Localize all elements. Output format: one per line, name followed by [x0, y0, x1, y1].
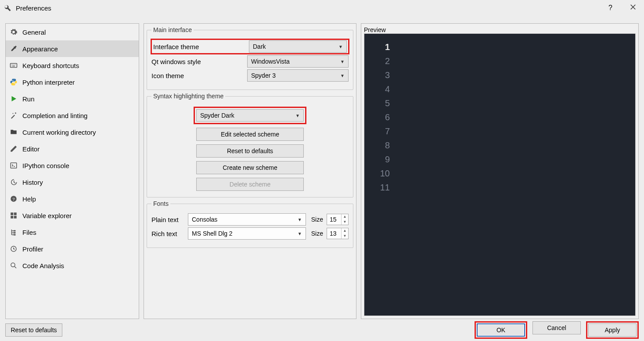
- rich-text-row: Rich text MS Shell Dlg 2 Size 13 ▲▼: [151, 227, 349, 240]
- edit-scheme-button[interactable]: Edit selected scheme: [196, 128, 304, 141]
- svg-rect-5: [14, 232, 16, 233]
- cancel-button[interactable]: Cancel: [532, 321, 581, 334]
- sidebar-item-completion-and-linting[interactable]: Completion and linting: [6, 107, 139, 124]
- spin-up-icon[interactable]: ▲: [342, 228, 348, 233]
- close-icon[interactable]: [626, 1, 640, 15]
- svg-rect-6: [14, 234, 16, 236]
- plain-text-size-label: Size: [311, 216, 323, 223]
- sidebar-item-current-working-directory[interactable]: Current working directory: [6, 124, 139, 140]
- line-number: 1: [369, 40, 390, 54]
- interface-theme-select[interactable]: Dark: [249, 40, 347, 53]
- plain-text-size-spinner[interactable]: 15 ▲▼: [327, 214, 349, 225]
- help-icon[interactable]: ?: [608, 4, 612, 12]
- sidebar-item-python-interpreter[interactable]: Python interpreter: [6, 74, 139, 90]
- magnify-icon: [9, 261, 18, 270]
- keyboard-icon: [9, 61, 18, 70]
- folder-icon: [9, 128, 18, 136]
- line-number: 9: [369, 152, 390, 166]
- sidebar-item-label: Completion and linting: [22, 112, 87, 119]
- help-icon: ?: [9, 194, 18, 203]
- syntax-scheme-select[interactable]: Spyder Dark: [196, 109, 304, 122]
- title-bar: Preferences ?: [0, 0, 644, 16]
- qt-style-value: WindowsVista: [251, 58, 290, 65]
- rich-text-label: Rich text: [151, 230, 184, 237]
- sidebar-item-keyboard-shortcuts[interactable]: Keyboard shortcuts: [6, 57, 139, 74]
- sidebar-item-label: Keyboard shortcuts: [22, 62, 79, 69]
- qt-style-row: Qt windows style WindowsVista: [151, 55, 349, 68]
- sidebar-item-run[interactable]: Run: [6, 90, 139, 107]
- sidebar-item-label: Appearance: [22, 45, 58, 53]
- interface-theme-row: Interface theme Dark: [151, 39, 349, 54]
- sidebar-item-label: Run: [22, 95, 35, 103]
- settings-panel: Main interface Interface theme Dark Qt w…: [144, 23, 356, 319]
- fonts-group: Fonts Plain text Consolas Size 15 ▲▼ Ric…: [147, 200, 353, 248]
- plain-text-size-value: 15: [330, 216, 341, 223]
- python-icon: [9, 78, 18, 86]
- reset-scheme-button[interactable]: Reset to defaults: [196, 144, 304, 158]
- plain-text-font-select[interactable]: Consolas: [188, 213, 306, 226]
- svg-rect-4: [14, 230, 16, 232]
- syntax-legend: Syntax highlighting theme: [151, 93, 225, 100]
- plain-text-row: Plain text Consolas Size 15 ▲▼: [151, 213, 349, 226]
- main-interface-group: Main interface Interface theme Dark Qt w…: [147, 26, 353, 90]
- sidebar-item-label: Current working directory: [22, 129, 96, 136]
- rich-text-size-spinner[interactable]: 13 ▲▼: [327, 228, 349, 239]
- wand-icon: [9, 111, 18, 120]
- sidebar-item-label: Editor: [22, 145, 40, 153]
- sidebar-item-ipython-console[interactable]: IPython console: [6, 157, 139, 174]
- ok-button[interactable]: OK: [477, 323, 525, 337]
- gear-icon: [9, 28, 18, 36]
- sidebar-item-profiler[interactable]: Profiler: [6, 240, 139, 257]
- svg-text:?: ?: [12, 197, 15, 201]
- qt-style-label: Qt windows style: [151, 58, 244, 65]
- interface-theme-value: Dark: [253, 43, 266, 50]
- create-scheme-button[interactable]: Create new scheme: [196, 161, 304, 174]
- line-number: 4: [369, 82, 390, 96]
- sidebar-item-label: History: [22, 179, 43, 186]
- reset-defaults-button[interactable]: Reset to defaults: [5, 323, 62, 337]
- grid-icon: [9, 211, 18, 220]
- sidebar-item-label: Code Analysis: [22, 262, 64, 269]
- spin-down-icon[interactable]: ▼: [342, 219, 348, 225]
- dialog-footer: Reset to defaults OK Cancel Apply: [5, 323, 639, 337]
- sidebar-item-code-analysis[interactable]: Code Analysis: [6, 257, 139, 274]
- spin-down-icon[interactable]: ▼: [342, 233, 348, 239]
- icon-theme-label: Icon theme: [151, 72, 244, 79]
- line-number-gutter: 1234567891011: [364, 34, 394, 316]
- sidebar-item-general[interactable]: General: [6, 24, 139, 40]
- spin-up-icon[interactable]: ▲: [342, 214, 348, 219]
- line-number: 2: [369, 54, 390, 68]
- wrench-icon: [4, 4, 11, 12]
- preview-editor: 1234567891011: [364, 33, 636, 316]
- syntax-group: Syntax highlighting theme Spyder Dark Ed…: [147, 93, 353, 197]
- edit-icon: [9, 144, 18, 153]
- line-number: 3: [369, 68, 390, 82]
- line-number: 6: [369, 110, 390, 124]
- window-title: Preferences: [16, 4, 51, 12]
- category-sidebar: GeneralAppearanceKeyboard shortcutsPytho…: [5, 23, 139, 319]
- sidebar-item-history[interactable]: History: [6, 174, 139, 190]
- rich-text-size-label: Size: [311, 230, 323, 237]
- sidebar-item-label: IPython console: [22, 162, 69, 169]
- icon-theme-select[interactable]: Spyder 3: [247, 69, 349, 82]
- rich-text-font-select[interactable]: MS Shell Dlg 2: [188, 227, 306, 240]
- sidebar-item-appearance[interactable]: Appearance: [6, 40, 139, 57]
- sidebar-item-files[interactable]: Files: [6, 224, 139, 240]
- plain-text-label: Plain text: [151, 216, 184, 223]
- preview-panel: Preview 1234567891011: [361, 23, 639, 319]
- line-number: 11: [369, 180, 390, 194]
- icon-theme-value: Spyder 3: [251, 72, 276, 79]
- sidebar-item-variable-explorer[interactable]: Variable explorer: [6, 207, 139, 224]
- sidebar-item-label: Profiler: [22, 245, 43, 253]
- clock-icon: [9, 244, 18, 253]
- syntax-scheme-value: Spyder Dark: [200, 112, 234, 119]
- play-icon: [9, 94, 18, 103]
- history-icon: [9, 178, 18, 187]
- sidebar-item-help[interactable]: ?Help: [6, 190, 139, 207]
- sidebar-item-editor[interactable]: Editor: [6, 140, 139, 157]
- line-number: 10: [369, 166, 390, 180]
- svg-point-8: [11, 263, 15, 267]
- apply-button[interactable]: Apply: [588, 323, 637, 337]
- sidebar-item-label: Variable explorer: [22, 212, 72, 219]
- qt-style-select[interactable]: WindowsVista: [247, 55, 349, 68]
